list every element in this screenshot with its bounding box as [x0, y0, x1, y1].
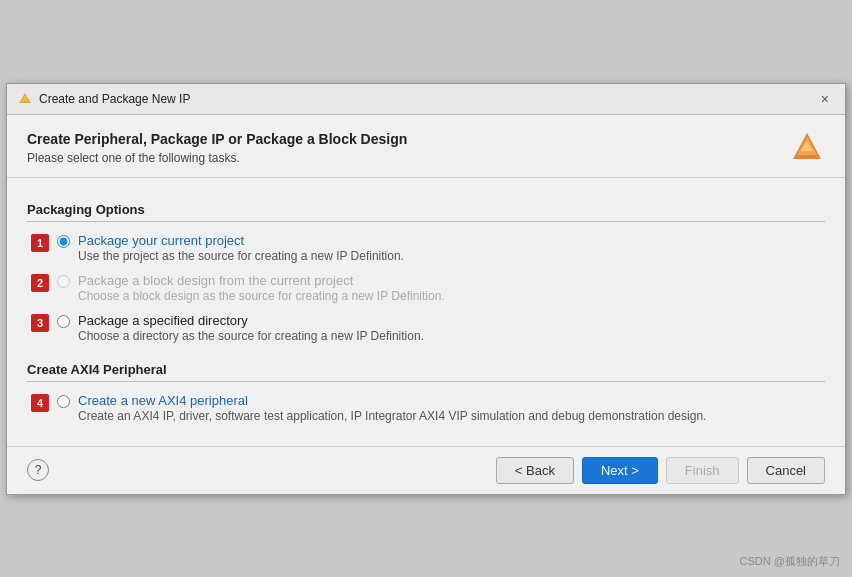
option-row-2: 2 Package a block design from the curren… [27, 268, 825, 308]
footer: ? < Back Next > Finish Cancel [7, 446, 845, 494]
svg-marker-1 [20, 95, 30, 102]
option-1-main: Package your current project [78, 233, 404, 248]
main-dialog: Create and Package New IP × Create Perip… [6, 83, 846, 495]
option-row-3: 3 Package a specified directory Choose a… [27, 308, 825, 348]
packaging-section-title: Packaging Options [27, 202, 825, 222]
content-area: Packaging Options 1 Package your current… [7, 178, 845, 446]
finish-button: Finish [666, 457, 739, 484]
header-text: Create Peripheral, Package IP or Package… [27, 131, 407, 165]
next-button[interactable]: Next > [582, 457, 658, 484]
axi4-section-title: Create AXI4 Peripheral [27, 362, 825, 382]
option-3-sub: Choose a directory as the source for cre… [78, 329, 424, 343]
vivado-small-icon [17, 91, 33, 107]
cancel-button[interactable]: Cancel [747, 457, 825, 484]
help-button[interactable]: ? [27, 459, 49, 481]
page-subtitle: Please select one of the following tasks… [27, 151, 407, 165]
axi4-section: Create AXI4 Peripheral 4 Create a new AX… [27, 362, 825, 428]
option-1-sub: Use the project as the source for creati… [78, 249, 404, 263]
option-4-main: Create a new AXI4 peripheral [78, 393, 706, 408]
radio-option-1[interactable] [57, 235, 70, 248]
option-3-main: Package a specified directory [78, 313, 424, 328]
radio-option-3[interactable] [57, 315, 70, 328]
option-4-sub: Create an AXI4 IP, driver, software test… [78, 409, 706, 423]
option-2-sub: Choose a block design as the source for … [78, 289, 445, 303]
radio-option-4[interactable] [57, 395, 70, 408]
watermark: CSDN @孤独的草刀 [740, 554, 840, 569]
option-row-4: 4 Create a new AXI4 peripheral Create an… [27, 388, 825, 428]
title-bar: Create and Package New IP × [7, 84, 845, 115]
footer-left: ? [27, 459, 49, 481]
option-number-4: 4 [31, 394, 49, 412]
option-number-3: 3 [31, 314, 49, 332]
option-label-1[interactable]: Package your current project Use the pro… [78, 233, 404, 263]
option-number-2: 2 [31, 274, 49, 292]
dialog-title: Create and Package New IP [39, 92, 190, 106]
vivado-logo [789, 131, 825, 167]
page-heading: Create Peripheral, Package IP or Package… [27, 131, 407, 147]
option-label-2[interactable]: Package a block design from the current … [78, 273, 445, 303]
radio-option-2[interactable] [57, 275, 70, 288]
footer-right: < Back Next > Finish Cancel [496, 457, 825, 484]
option-label-3[interactable]: Package a specified directory Choose a d… [78, 313, 424, 343]
back-button[interactable]: < Back [496, 457, 574, 484]
option-row-1: 1 Package your current project Use the p… [27, 228, 825, 268]
option-label-4[interactable]: Create a new AXI4 peripheral Create an A… [78, 393, 706, 423]
option-number-1: 1 [31, 234, 49, 252]
option-2-main: Package a block design from the current … [78, 273, 445, 288]
header-section: Create Peripheral, Package IP or Package… [7, 115, 845, 178]
packaging-options-section: Packaging Options 1 Package your current… [27, 202, 825, 348]
title-bar-left: Create and Package New IP [17, 91, 190, 107]
close-button[interactable]: × [815, 90, 835, 108]
